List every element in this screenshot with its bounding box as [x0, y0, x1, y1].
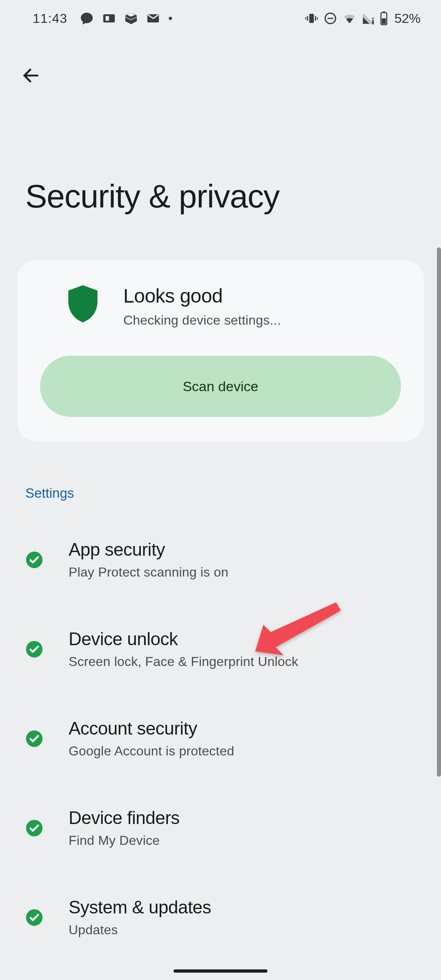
svg-rect-5: [315, 16, 316, 20]
settings-item-device-unlock[interactable]: Device unlock Screen lock, Face & Finger…: [0, 605, 441, 695]
shield-icon: [67, 285, 99, 323]
status-title: Looks good: [123, 285, 281, 307]
status-left: 11:43 •: [33, 11, 173, 26]
item-subtitle: Google Account is protected: [69, 744, 234, 759]
arrow-back-icon: [19, 64, 42, 87]
wifi-icon: [342, 11, 357, 26]
item-title: System & updates: [69, 897, 211, 918]
svg-rect-13: [383, 11, 385, 13]
settings-item-device-finders[interactable]: Device finders Find My Device: [0, 784, 441, 873]
check-circle-icon: [25, 819, 43, 837]
item-title: Account security: [69, 718, 234, 739]
mail-icon: [146, 11, 160, 25]
item-subtitle: Play Protect scanning is on: [69, 565, 228, 580]
settings-item-app-security[interactable]: App security Play Protect scanning is on: [0, 514, 441, 605]
section-header-settings: Settings: [0, 441, 441, 501]
status-time: 11:43: [33, 11, 67, 26]
security-status-card: Looks good Checking device settings... S…: [17, 260, 424, 441]
svg-rect-1: [106, 16, 109, 20]
status-subtitle: Checking device settings...: [123, 313, 281, 328]
svg-rect-10: [372, 20, 374, 24]
vibrate-icon: [305, 11, 318, 25]
scan-device-button[interactable]: Scan device: [40, 356, 401, 417]
do-not-disturb-icon: [323, 11, 337, 25]
box-icon: [124, 11, 138, 25]
scroll-indicator: [437, 247, 441, 777]
check-circle-icon: [25, 640, 43, 658]
battery-percentage: 52%: [394, 11, 421, 26]
item-subtitle: Screen lock, Face & Fingerprint Unlock: [69, 654, 298, 669]
svg-rect-4: [307, 16, 308, 20]
settings-item-system-updates[interactable]: System & updates Updates: [0, 873, 441, 963]
status-right: 52%: [305, 11, 421, 26]
item-title: Device unlock: [69, 629, 298, 649]
item-title: App security: [69, 539, 228, 560]
page-title: Security & privacy: [0, 92, 441, 215]
signal-icon: [362, 12, 375, 25]
svg-rect-9: [327, 18, 333, 19]
battery-icon: [380, 11, 388, 25]
svg-rect-14: [382, 18, 386, 24]
more-notifications-dot-icon: •: [168, 12, 173, 24]
check-circle-icon: [25, 909, 43, 927]
back-button[interactable]: [14, 59, 47, 92]
outlook-icon: [102, 11, 116, 25]
settings-list: App security Play Protect scanning is on…: [0, 501, 441, 963]
scan-device-label: Scan device: [183, 379, 258, 394]
svg-rect-6: [305, 17, 306, 20]
item-subtitle: Updates: [69, 922, 211, 938]
check-circle-icon: [25, 551, 43, 569]
item-title: Device finders: [69, 808, 180, 828]
svg-point-11: [372, 18, 374, 19]
check-circle-icon: [25, 730, 43, 748]
chat-bubble-icon: [80, 11, 94, 26]
settings-item-account-security[interactable]: Account security Google Account is prote…: [0, 695, 441, 784]
item-subtitle: Find My Device: [69, 833, 180, 848]
svg-rect-3: [309, 14, 314, 23]
navigation-handle[interactable]: [174, 969, 267, 973]
status-bar: 11:43 • 52%: [0, 0, 441, 37]
svg-rect-7: [317, 17, 318, 20]
